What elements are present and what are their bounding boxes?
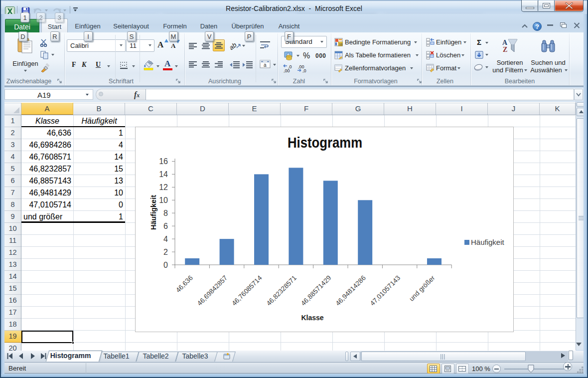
svg-text:Klasse: Klasse [301,314,323,322]
svg-text:ss: ss [339,42,343,46]
svg-text:ab: ab [230,42,238,51]
svg-text:,0: ,0 [302,68,306,73]
svg-text:10: 10 [159,196,168,204]
svg-text:Histogramm: Histogramm [288,135,362,151]
svg-text:4: 4 [163,235,168,243]
svg-text:Häufigkeit: Häufigkeit [149,195,157,230]
svg-text:Häufigkeit: Häufigkeit [471,238,505,246]
svg-text:6: 6 [163,222,168,230]
svg-text:a: a [264,62,267,68]
svg-text:0: 0 [163,261,168,269]
svg-text:14: 14 [159,170,168,179]
svg-text:2: 2 [163,248,168,256]
svg-text:A: A [502,39,508,46]
svg-text:Z: Z [503,46,507,53]
svg-text:,00: ,00 [284,68,290,73]
svg-text:8: 8 [163,209,168,217]
svg-text:12: 12 [159,183,168,191]
svg-text:16: 16 [159,157,168,166]
